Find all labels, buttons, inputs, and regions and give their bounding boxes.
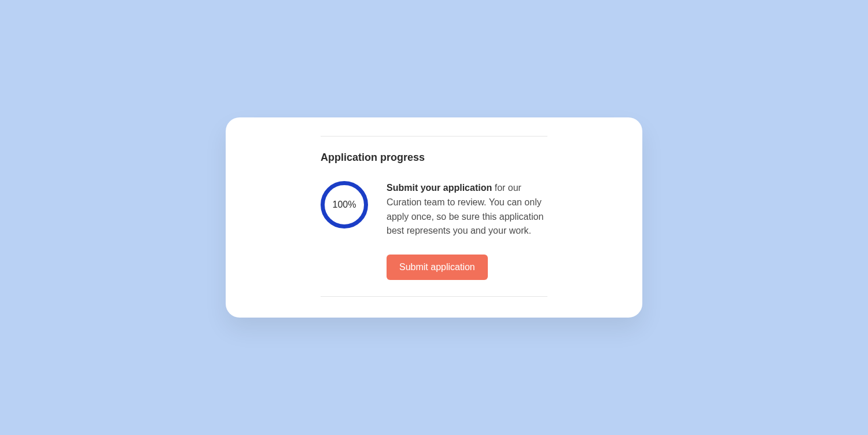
progress-percent-label: 100%	[333, 200, 356, 210]
application-progress-card: Application progress 100% Submit your ap…	[226, 117, 642, 318]
progress-circle-icon: 100%	[321, 181, 368, 228]
progress-description: Submit your application for our Curation…	[387, 181, 547, 238]
button-row: Submit application	[321, 255, 547, 280]
submit-application-button[interactable]: Submit application	[387, 255, 488, 280]
progress-row: 100% Submit your application for our Cur…	[321, 181, 547, 238]
divider-bottom	[321, 296, 547, 297]
card-content: Application progress 100% Submit your ap…	[321, 136, 547, 297]
divider-top	[321, 136, 547, 137]
section-title: Application progress	[321, 152, 547, 164]
progress-description-bold: Submit your application	[387, 183, 492, 193]
